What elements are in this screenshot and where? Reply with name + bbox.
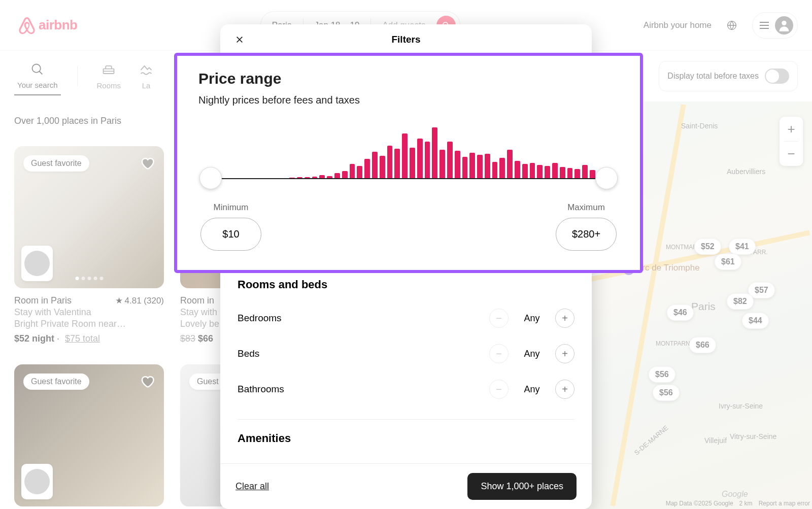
bathrooms-increase-button[interactable]: + [555, 380, 574, 399]
svg-point-4 [32, 64, 40, 72]
host-link[interactable]: Airbnb your home [644, 20, 712, 30]
zoom-out-button[interactable]: − [780, 142, 803, 166]
price-slider-min-handle[interactable] [199, 167, 222, 189]
listing-image[interactable]: Guest favorite [14, 364, 164, 506]
map-price-pill[interactable]: $52 [694, 239, 721, 255]
bathrooms-row: Bathrooms − Any + [238, 371, 574, 407]
histogram-bar [410, 148, 415, 178]
bedrooms-increase-button[interactable]: + [555, 309, 574, 328]
map-price-pill[interactable]: $56 [653, 385, 680, 401]
guest-favorite-badge: Guest favorite [23, 374, 89, 390]
histogram-bar [560, 167, 565, 178]
histogram-bar [417, 139, 423, 178]
price-histogram [198, 121, 619, 182]
price-range-subheading: Nightly prices before fees and taxes [198, 94, 619, 106]
map-price-pill[interactable]: $46 [667, 304, 694, 321]
histogram-bar [582, 165, 588, 178]
histogram-bar [492, 162, 498, 178]
histogram-bar [507, 150, 513, 178]
price-slider-track[interactable] [222, 178, 595, 179]
histogram-bar [350, 164, 355, 178]
listing-image[interactable]: Guest favorite [14, 146, 164, 288]
histogram-bar [455, 151, 460, 178]
modal-title: Filters [391, 34, 420, 45]
wishlist-heart-icon[interactable] [140, 374, 155, 389]
logo-text: airbnb [39, 17, 77, 33]
map-price-pill[interactable]: $56 [649, 366, 675, 383]
map-price-pill[interactable]: $44 [742, 313, 769, 329]
bathrooms-value: Any [523, 384, 541, 395]
histogram-bar [545, 166, 550, 178]
results-count: Over 1,000 places in Paris [14, 116, 121, 126]
beds-row: Beds − Any + [238, 336, 574, 371]
map-price-pill[interactable]: $66 [689, 337, 716, 353]
svg-line-5 [39, 71, 42, 74]
host-avatar-chip [21, 464, 53, 499]
modal-close-button[interactable] [231, 31, 248, 48]
histogram-bar [499, 158, 505, 178]
airbnb-logo[interactable]: airbnb [18, 16, 77, 35]
avatar-icon [775, 16, 793, 35]
histogram-bar [394, 149, 400, 178]
beds-decrease-button[interactable]: − [489, 344, 509, 363]
listing-card[interactable]: Guest favorite Room in Paris ★ 4.81 (320… [14, 146, 164, 344]
map-price-pill[interactable]: $41 [729, 239, 756, 255]
histogram-bar [477, 155, 483, 178]
category-lakefront[interactable]: La [136, 58, 156, 95]
histogram-bar [552, 163, 558, 178]
map-attribution: Map Data ©2025 Google 2 km Report a map … [666, 500, 810, 507]
map-price-pill[interactable]: $61 [715, 254, 741, 270]
guest-favorite-badge: Guest favorite [23, 155, 89, 172]
min-price-label: Minimum [214, 202, 249, 213]
bedrooms-row: Bedrooms − Any + [238, 300, 574, 336]
listing-title: Room in Paris [14, 295, 72, 306]
beds-increase-button[interactable]: + [555, 344, 574, 363]
bathrooms-decrease-button[interactable]: − [489, 380, 509, 399]
histogram-bar [432, 127, 437, 178]
histogram-bar [364, 159, 370, 178]
histogram-bar [574, 169, 580, 178]
histogram-bar [342, 171, 348, 178]
histogram-bar [590, 170, 595, 178]
host-avatar-chip [21, 246, 53, 281]
listing-card[interactable]: Guest favorite [14, 364, 164, 506]
toggle-switch[interactable] [765, 69, 789, 84]
histogram-bar [469, 153, 475, 178]
price-slider-max-handle[interactable] [595, 167, 618, 189]
category-rooms[interactable]: Rooms [94, 58, 124, 95]
map-price-pill[interactable]: $57 [748, 282, 775, 298]
rooms-beds-heading: Rooms and beds [238, 278, 574, 291]
map-price-pill[interactable]: $82 [727, 293, 754, 310]
histogram-bar [380, 156, 385, 178]
wishlist-heart-icon[interactable] [140, 155, 155, 171]
show-places-button[interactable]: Show 1,000+ places [467, 473, 577, 500]
histogram-bar [515, 161, 520, 178]
histogram-bar [567, 168, 573, 178]
min-price-input[interactable]: $10 [200, 218, 261, 251]
histogram-bar [402, 133, 408, 178]
histogram-bar [447, 142, 453, 178]
category-your-search[interactable]: Your search [14, 57, 61, 95]
zoom-in-button[interactable]: + [780, 117, 803, 141]
histogram-bar [425, 142, 430, 178]
map-zoom-controls: + − [780, 117, 803, 166]
user-menu[interactable] [752, 12, 798, 39]
clear-all-button[interactable]: Clear all [235, 481, 269, 492]
beds-value: Any [523, 349, 541, 359]
histogram-bar [522, 164, 528, 178]
svg-point-3 [782, 20, 786, 25]
histogram-bar [387, 146, 393, 178]
amenities-heading: Amenities [238, 432, 574, 445]
listing-desc: Bright Private Room near… [14, 319, 164, 329]
language-button[interactable] [721, 14, 743, 37]
bedrooms-decrease-button[interactable]: − [489, 309, 509, 328]
price-range-heading: Price range [198, 70, 619, 87]
histogram-bar [530, 163, 535, 178]
listing-rating: ★ 4.81 (320) [115, 295, 164, 306]
display-total-toggle[interactable]: Display total before taxes [659, 61, 798, 91]
max-price-label: Maximum [567, 202, 605, 213]
menu-icon [760, 22, 769, 29]
max-price-input[interactable]: $280+ [556, 218, 617, 251]
histogram-bar [372, 152, 378, 178]
modal-header: Filters [220, 24, 592, 55]
